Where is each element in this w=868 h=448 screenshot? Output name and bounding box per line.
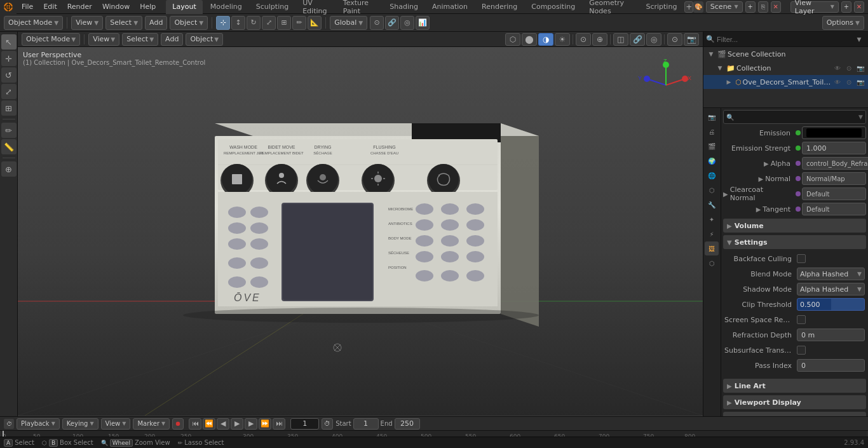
annotate-tool[interactable]: ✏	[292, 16, 306, 30]
props-search-input[interactable]	[736, 114, 857, 121]
emission-color-swatch[interactable]	[802, 126, 866, 139]
snap-btn-vp[interactable]: 🔗	[630, 33, 645, 46]
emission-strength-value[interactable]: 1.000	[802, 142, 866, 154]
annotate-tool-btn[interactable]: ✏	[1, 123, 17, 138]
workspace-tab-texture[interactable]: Texture Paint	[337, 0, 382, 14]
wireframe-shading-btn[interactable]: ⬡	[505, 33, 520, 46]
graph-btn[interactable]: 📊	[416, 16, 430, 30]
workspace-tab-animation[interactable]: Animation	[426, 0, 474, 14]
sst-checkbox[interactable]	[797, 346, 806, 355]
record-btn[interactable]: ⏺	[172, 418, 184, 430]
obj-render-icon[interactable]: 📷	[855, 77, 865, 87]
shadow-mode-dropdown[interactable]: Alpha Hashed ▼	[797, 283, 865, 295]
line-art-header[interactable]: ▶ Line Art	[723, 379, 866, 393]
props-tab-render[interactable]: 📷	[705, 110, 719, 124]
add-tool-btn[interactable]: ⊕	[1, 161, 17, 177]
obj-viewport-icon[interactable]: 👁	[832, 77, 843, 87]
step-fwd-btn[interactable]: ▶	[245, 418, 257, 430]
rotate-tool-btn[interactable]: ↺	[1, 67, 17, 83]
menu-window[interactable]: Window	[97, 0, 135, 14]
rotate-tool[interactable]: ↻	[247, 16, 261, 30]
workspace-tab-compositing[interactable]: Compositing	[525, 0, 581, 14]
pass-index-value[interactable]: 0	[797, 359, 865, 372]
workspace-tab-uv[interactable]: UV Editing	[296, 0, 336, 14]
tangent-value[interactable]: Default	[802, 203, 866, 215]
normal-value[interactable]: Normal/Map	[802, 172, 866, 185]
scale-tool-btn[interactable]: ⤢	[1, 84, 17, 99]
obj-select-icon[interactable]: ⊙	[844, 77, 854, 87]
select-menu[interactable]: Select ▼	[105, 16, 142, 30]
playback-dropdown[interactable]: Playback ▼	[17, 418, 60, 430]
restrict-viewport-icon[interactable]: 👁	[832, 63, 843, 73]
workspace-tab-geometry[interactable]: Geometry Nodes	[583, 0, 638, 14]
props-tab-scene[interactable]: 🌍	[705, 154, 719, 168]
clearcoat-expand[interactable]: ▶	[723, 191, 728, 198]
transform-tool-btn[interactable]: ⊞	[1, 100, 17, 116]
transform-pivot-btn[interactable]: ⊙	[667, 33, 682, 46]
object-menu[interactable]: Object ▼	[170, 16, 208, 30]
view-dropdown[interactable]: View ▼	[101, 418, 131, 430]
add-menu[interactable]: Add	[145, 16, 167, 30]
clip-threshold-slider[interactable]: 0.500	[797, 298, 865, 311]
menu-render[interactable]: Render	[62, 0, 97, 14]
timeline-mode-icon[interactable]: ⏱	[4, 419, 14, 429]
view-options-btn[interactable]: View ▼	[88, 33, 119, 46]
props-tab-material[interactable]: 🖼	[705, 241, 719, 255]
gizmo-btn[interactable]: ⊕	[592, 33, 607, 46]
viewlayer-selector[interactable]: View Layer ▼	[790, 1, 839, 13]
select-options-btn[interactable]: Select ▼	[122, 33, 158, 46]
proportional-btn[interactable]: ◎	[400, 16, 414, 30]
props-tab-data[interactable]: ⬡	[705, 256, 719, 270]
camera-ortho-btn[interactable]: 📷	[684, 33, 699, 46]
viewport-mode-btn[interactable]: Object Mode ▼	[22, 33, 80, 46]
main-viewport[interactable]: WASH MODE REMPLACEMENT JET BIDET MOVE RE…	[18, 47, 703, 416]
jump-prev-btn[interactable]: ⏪	[203, 418, 215, 430]
workspace-tab-shading[interactable]: Shading	[383, 0, 424, 14]
measure-tool-btn[interactable]: 📏	[1, 139, 17, 154]
overlay-btn[interactable]: ⊙	[576, 33, 591, 46]
view-menu[interactable]: Wireframe View ▼	[71, 16, 103, 30]
keying-dropdown[interactable]: Keying ▼	[62, 418, 98, 430]
jump-start-btn[interactable]: ⏮	[189, 418, 201, 430]
outliner-search-input[interactable]	[717, 36, 851, 43]
play-btn[interactable]: ▶	[231, 418, 243, 430]
current-frame-display[interactable]: 1	[290, 418, 319, 430]
menu-help[interactable]: Help	[135, 0, 161, 14]
new-scene-btn[interactable]: +	[745, 1, 756, 13]
xray-btn[interactable]: ◫	[613, 33, 628, 46]
props-tab-object[interactable]: ⬡	[705, 183, 719, 197]
proportional-btn-vp[interactable]: ◎	[646, 33, 661, 46]
jump-next-btn[interactable]: ⏩	[259, 418, 271, 430]
add-workspace-btn[interactable]: +	[684, 1, 693, 13]
solid-shading-btn[interactable]: ⬤	[522, 33, 537, 46]
transform-space[interactable]: Global ▼	[330, 16, 367, 30]
refraction-depth-value[interactable]: 0 m	[797, 329, 865, 341]
object-ops-btn[interactable]: Object ▼	[186, 33, 223, 46]
marker-dropdown[interactable]: Marker ▼	[133, 418, 170, 430]
pivot-btn[interactable]: ⊙	[370, 16, 384, 30]
restrict-render-icon[interactable]: 📷	[855, 63, 865, 73]
del-scene-btn[interactable]: ✕	[771, 1, 781, 13]
blender-logo[interactable]	[0, 0, 17, 14]
custom-props-header[interactable]: ▶ Custom Properties	[723, 412, 866, 416]
workspace-tab-sculpting[interactable]: Sculpting	[250, 0, 295, 14]
menu-edit[interactable]: Edit	[38, 0, 62, 14]
end-frame-input[interactable]: 250	[395, 418, 420, 430]
props-tab-world[interactable]: 🌐	[705, 168, 719, 182]
material-shading-btn[interactable]: ◑	[538, 33, 553, 46]
snap-btn[interactable]: 🔗	[385, 16, 399, 30]
workspace-tab-modeling[interactable]: Modeling	[204, 0, 248, 14]
restrict-select-icon[interactable]: ⊙	[844, 63, 854, 73]
menu-file[interactable]: File	[17, 0, 38, 14]
rendered-shading-btn[interactable]: ☀	[555, 33, 570, 46]
workspace-tab-scripting[interactable]: Scripting	[639, 0, 683, 14]
object-mode-selector[interactable]: Object Mode ▼	[4, 16, 63, 30]
workspace-tab-rendering[interactable]: Rendering	[475, 0, 524, 14]
props-tab-physics[interactable]: ⚡	[705, 227, 719, 241]
ssr-checkbox[interactable]	[797, 315, 806, 324]
start-frame-input[interactable]: 1	[353, 418, 379, 430]
options-btn[interactable]: Options ▼	[822, 16, 864, 30]
alpha-expand[interactable]: ▶	[764, 160, 769, 167]
cursor-tool[interactable]: ⊹	[216, 16, 230, 30]
props-tab-view[interactable]: 🎬	[705, 139, 719, 153]
